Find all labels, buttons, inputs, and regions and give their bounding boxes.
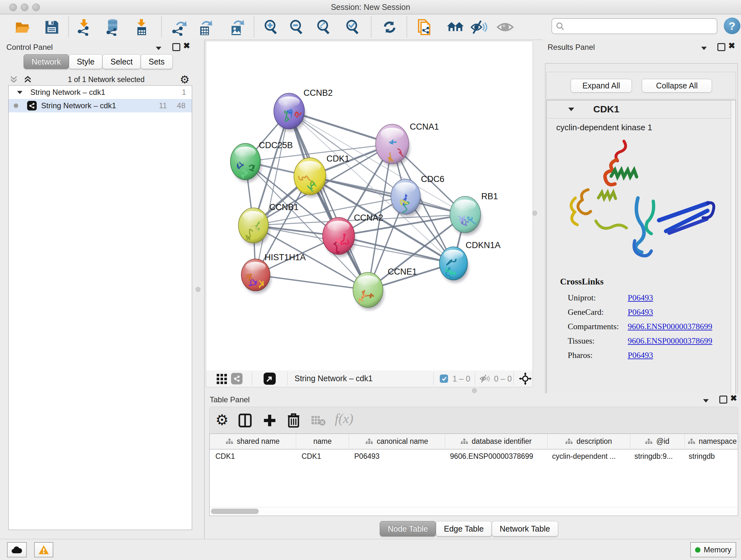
table-horizontal-scrollbar[interactable] (210, 507, 738, 516)
memory-button[interactable]: Memory (690, 542, 736, 557)
network-row-selected[interactable]: String Network – cdk1 11 48 (9, 99, 192, 112)
title-bar: Session: New Session (0, 0, 741, 14)
panel-float-icon[interactable] (718, 43, 725, 53)
crosslink-link[interactable]: 9606.ENSP00000378699 (628, 322, 712, 331)
delete-column-icon[interactable] (287, 413, 300, 428)
network-canvas[interactable]: CCNB2CCNA1CDC25BCDK1CDC6RB1CCNB1CCNA2CDK… (206, 41, 533, 371)
refresh-button[interactable] (381, 17, 399, 37)
tab-node-table[interactable]: Node Table (380, 521, 436, 537)
selected-checkbox[interactable] (440, 374, 448, 383)
network-share-icon[interactable] (231, 373, 243, 384)
gear-icon[interactable]: ⚙ (180, 75, 190, 84)
houses-icon (447, 19, 464, 35)
zoom-selected-icon (344, 18, 361, 36)
open-session-button[interactable] (14, 17, 32, 37)
panel-float-icon[interactable] (719, 395, 727, 406)
table-cell[interactable]: CDK1 (210, 449, 296, 463)
table-cell[interactable]: 9606.ENSP00000378699 (444, 449, 546, 463)
column-header-name[interactable]: name (296, 434, 349, 449)
import-network-file-button[interactable] (75, 17, 93, 37)
column-header-canonical-name[interactable]: canonical name (349, 434, 445, 449)
table-header-row: shared namenamecanonical namedatabase id… (210, 434, 738, 449)
panel-menu-icon[interactable] (155, 44, 162, 52)
gene-section-header[interactable]: CDK1 (547, 100, 731, 118)
panel-close-icon[interactable]: ✖ (730, 394, 737, 402)
split-columns-icon[interactable] (239, 414, 252, 428)
zoom-fit-button[interactable] (315, 17, 333, 37)
table-gear-icon[interactable]: ⚙ (215, 412, 228, 428)
birds-eye-toggle-icon[interactable] (519, 372, 532, 385)
hidden-eye-slash-icon[interactable] (479, 374, 490, 383)
node-label-CDK1: CDK1 (327, 154, 349, 164)
search-input[interactable] (551, 18, 718, 34)
open-in-new-icon[interactable] (264, 373, 276, 385)
tab-edge-table[interactable]: Edge Table (436, 521, 492, 537)
network-list: String Network – cdk1 1 String Network –… (8, 85, 192, 530)
toolbar-separator (287, 372, 287, 385)
zoom-in-button[interactable] (262, 17, 280, 37)
crosslink-label: Uniprot: (568, 293, 628, 303)
export-table-button[interactable] (196, 17, 214, 37)
crosslink-label: Compartments: (568, 322, 628, 331)
tree-expand-icon[interactable] (17, 91, 23, 94)
network-graph[interactable]: CCNB2CCNA1CDC25BCDK1CDC6RB1CCNB1CCNA2CDK… (206, 41, 533, 371)
crosslink-link[interactable]: 9606.ENSP00000378699 (628, 336, 712, 346)
warning-button[interactable] (34, 542, 53, 557)
vertical-splitter-handle[interactable] (196, 287, 200, 292)
export-network-button[interactable] (170, 17, 188, 37)
expand-all-button[interactable]: Expand All (570, 79, 632, 92)
panel-float-icon[interactable] (172, 43, 180, 53)
table-cell[interactable]: P06493 (348, 449, 444, 463)
column-header-namespace[interactable]: namespace (685, 434, 740, 449)
tab-select[interactable]: Select (103, 54, 140, 69)
node-table[interactable]: shared namenamecanonical namedatabase id… (209, 434, 738, 516)
tab-network[interactable]: Network (23, 54, 69, 69)
panel-close-icon[interactable]: ✖ (728, 42, 735, 50)
zoom-selected-button[interactable] (344, 17, 362, 37)
panel-menu-icon[interactable] (700, 44, 708, 52)
network-node-RB1 (450, 196, 482, 235)
table-cell[interactable]: cyclin-dependent ... (546, 449, 629, 463)
column-header-@id[interactable]: @id (630, 434, 685, 449)
import-table-button[interactable] (132, 17, 151, 37)
tab-style[interactable]: Style (69, 54, 103, 69)
tab-sets[interactable]: Sets (141, 54, 173, 69)
copy-share-button[interactable] (415, 17, 434, 37)
add-column-icon[interactable] (263, 414, 277, 428)
table-cell[interactable]: CDK1 (296, 449, 348, 463)
section-collapse-icon[interactable] (568, 107, 575, 111)
table-row[interactable]: CDK1CDK1P064939606.ENSP00000378699cyclin… (210, 449, 738, 463)
panel-close-icon[interactable]: ✖ (183, 42, 190, 50)
column-header-shared-name[interactable]: shared name (210, 434, 296, 449)
hide-selected-button[interactable] (470, 17, 488, 37)
expand-all-icon[interactable] (23, 75, 32, 84)
scrollbar-thumb[interactable] (211, 509, 259, 514)
panel-menu-icon[interactable] (702, 396, 710, 405)
network-collection-row[interactable]: String Network – cdk1 1 (9, 85, 192, 99)
table-cell[interactable]: stringdb (683, 449, 738, 463)
column-header-database-identifier[interactable]: database identifier (445, 434, 548, 449)
results-scrollbar[interactable] (731, 100, 736, 406)
zoom-out-button[interactable] (287, 17, 306, 37)
column-header-description[interactable]: description (548, 434, 630, 449)
home-button[interactable] (446, 17, 465, 37)
memory-status-dot (695, 547, 700, 553)
control-panel: Control Panel ✖ Network Style Select Set… (0, 40, 205, 539)
crosslink-link[interactable]: P06493 (628, 351, 653, 360)
network-icon (27, 101, 37, 111)
tab-network-table[interactable]: Network Table (492, 521, 558, 537)
help-button[interactable]: ? (724, 17, 740, 34)
import-network-database-button[interactable] (104, 17, 122, 37)
table-cell[interactable]: stringdb:9... (629, 449, 683, 463)
grid-view-icon[interactable] (216, 374, 227, 384)
show-all-button[interactable] (496, 17, 515, 37)
cloud-button[interactable] (7, 542, 27, 557)
save-session-button[interactable] (43, 17, 61, 37)
collapse-all-icon[interactable] (9, 75, 18, 84)
vertical-splitter-handle[interactable] (532, 211, 537, 215)
crosslink-link[interactable]: P06493 (628, 307, 653, 317)
crosslink-link[interactable]: P06493 (628, 293, 653, 303)
collapse-all-button[interactable]: Collapse All (642, 79, 712, 92)
export-image-button[interactable] (227, 17, 246, 37)
horizontal-splitter-handle[interactable] (472, 388, 477, 393)
